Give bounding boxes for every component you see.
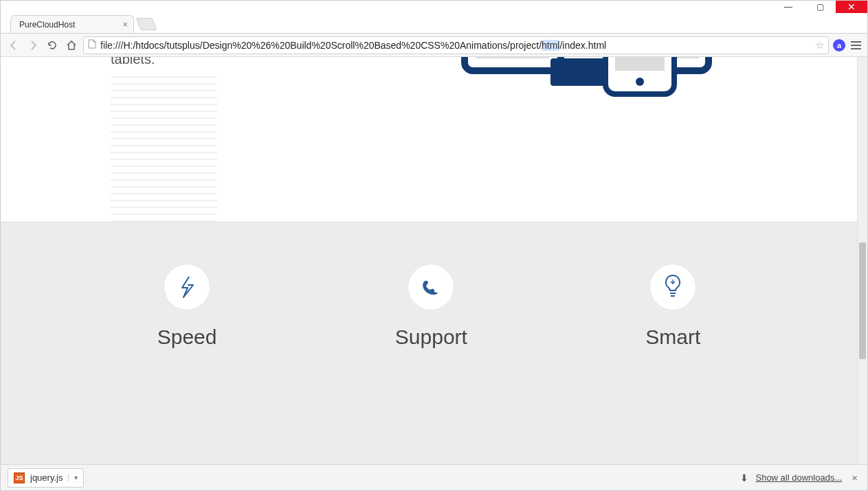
show-all-downloads-link[interactable]: Show all downloads... — [755, 472, 842, 483]
bookmark-star-icon[interactable]: ☆ — [815, 39, 824, 52]
feature-smart: Smart — [645, 264, 700, 349]
phone-icon — [420, 276, 442, 298]
back-button[interactable] — [6, 38, 21, 53]
tab-strip: PureCloudHost × — [1, 13, 867, 34]
chrome-menu-button[interactable] — [849, 41, 862, 49]
devices-illustration — [441, 57, 715, 157]
browser-toolbar: file:///H:/htdocs/tutsplus/Design%20%26%… — [1, 34, 867, 57]
bolt-icon — [175, 275, 199, 299]
home-button[interactable] — [64, 38, 79, 53]
download-item[interactable]: JS jquery.js ▾ — [8, 468, 84, 488]
tab-title: PureCloudHost — [19, 20, 75, 30]
new-tab-button[interactable] — [136, 18, 157, 30]
lightbulb-icon — [663, 274, 683, 300]
javascript-file-icon: JS — [14, 472, 25, 483]
file-icon — [88, 39, 96, 51]
downloads-bar-close-button[interactable]: × — [849, 472, 860, 483]
features-row: Speed Support — [68, 222, 790, 349]
features-section: Speed Support — [1, 222, 857, 464]
feature-icon-circle — [649, 264, 696, 310]
home-icon — [66, 40, 77, 51]
hero-text-fragment: tablets. — [111, 57, 155, 67]
download-item-menu[interactable]: ▾ — [68, 474, 78, 481]
vertical-scrollbar[interactable] — [857, 57, 867, 464]
url-text: file:///H:/htdocs/tutsplus/Design%20%26%… — [100, 40, 811, 51]
browser-tab[interactable]: PureCloudHost × — [10, 15, 134, 33]
scrollbar-track[interactable] — [858, 57, 867, 464]
download-arrow-icon: ⬇ — [740, 472, 748, 483]
window-minimize-button[interactable]: — — [772, 1, 804, 13]
feature-support: Support — [395, 264, 467, 349]
svg-rect-1 — [465, 57, 561, 71]
feature-title: Smart — [645, 326, 700, 349]
downloads-bar: JS jquery.js ▾ ⬇ Show all downloads... × — [1, 464, 867, 490]
forward-button[interactable] — [25, 38, 41, 53]
feature-title: Speed — [157, 326, 217, 349]
arrow-right-icon — [27, 40, 38, 51]
address-bar[interactable]: file:///H:/htdocs/tutsplus/Design%20%26%… — [83, 36, 829, 54]
translate-extension-icon[interactable]: a — [833, 39, 845, 52]
window-close-button[interactable]: ✕ — [836, 1, 867, 13]
download-filename: jquery.js — [30, 472, 63, 483]
page-viewport: tablets. — [1, 57, 867, 464]
reload-icon — [47, 40, 58, 51]
arrow-left-icon — [8, 40, 19, 51]
scrollbar-thumb[interactable] — [859, 242, 866, 359]
feature-icon-circle — [408, 264, 454, 310]
svg-point-7 — [636, 78, 644, 86]
tab-close-button[interactable]: × — [122, 19, 128, 30]
reload-button[interactable] — [45, 38, 60, 53]
feature-speed: Speed — [157, 264, 217, 349]
feature-icon-circle — [164, 264, 210, 310]
feature-title: Support — [395, 326, 467, 349]
svg-rect-6 — [615, 57, 665, 71]
svg-rect-2 — [476, 57, 549, 58]
browser-window: — ▢ ✕ PureCloudHost × file:///H:/h — [0, 0, 868, 491]
window-titlebar: — ▢ ✕ — [1, 1, 867, 13]
window-maximize-button[interactable]: ▢ — [804, 1, 836, 13]
page-content: tablets. — [1, 57, 857, 464]
hero-section: tablets. — [1, 57, 857, 222]
